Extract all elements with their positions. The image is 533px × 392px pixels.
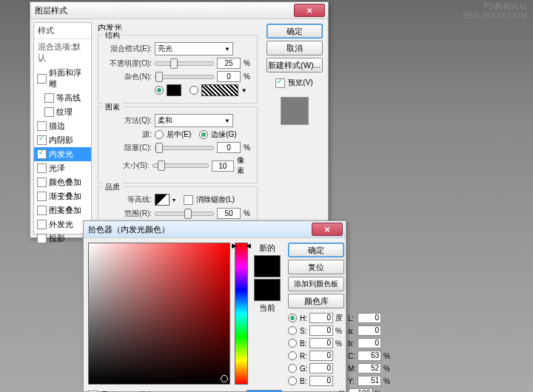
color-cursor[interactable] [221, 375, 228, 382]
param-input[interactable]: 0 [358, 338, 381, 348]
color-radio[interactable] [155, 86, 164, 95]
new-label: 新的 [259, 243, 275, 254]
cp-titlebar[interactable]: 拾色器（内发光颜色） ✕ [84, 221, 346, 238]
close-icon[interactable]: ✕ [312, 223, 343, 236]
cp-title: 拾色器（内发光颜色） [88, 224, 170, 235]
antialias-checkbox[interactable] [184, 195, 193, 205]
style-checkbox[interactable] [37, 192, 47, 201]
param-radio[interactable] [288, 339, 297, 348]
value-input[interactable]: 50 [217, 208, 241, 219]
contour-picker[interactable] [155, 194, 170, 206]
select[interactable]: 柔和▼ [155, 114, 233, 127]
label: 方法(Q): [104, 115, 152, 126]
new-style-button[interactable]: 新建样式(W)... [266, 58, 323, 72]
value-input[interactable]: 10 [212, 160, 234, 172]
param-input[interactable]: 0 [309, 351, 333, 361]
param-input[interactable]: 0 [358, 313, 381, 323]
param-input[interactable]: 52 [358, 363, 381, 374]
param-radio[interactable] [288, 351, 297, 360]
slider[interactable] [155, 146, 214, 150]
fieldset: 结构混合模式(E):亮光▼不透明度(O):25%杂色(N):0% ▼ [98, 35, 258, 104]
style-checkbox[interactable] [37, 121, 47, 131]
watermark: PS教程论坛BBS.16XX8.COM [463, 1, 527, 21]
style-checkbox[interactable] [37, 135, 47, 145]
sidebar-item[interactable]: 内阴影 [34, 133, 91, 147]
style-checkbox[interactable] [37, 234, 47, 243]
close-icon[interactable]: ✕ [294, 4, 325, 17]
style-checkbox[interactable] [37, 178, 47, 187]
param-radio[interactable] [288, 376, 297, 385]
color-param-row: G:0M:52% [288, 363, 391, 374]
cp-add-button[interactable]: 添加到颜色板 [288, 277, 344, 291]
param-radio[interactable] [288, 364, 297, 373]
sidebar-item[interactable]: 光泽 [34, 161, 91, 175]
param-input[interactable]: 0 [309, 376, 333, 386]
style-checkbox[interactable] [44, 93, 54, 103]
label: 范围(R): [104, 209, 152, 219]
param-input[interactable]: 0 [309, 325, 333, 336]
param-input[interactable]: 51 [358, 376, 381, 386]
slider[interactable] [155, 61, 214, 66]
param-input[interactable]: 100 [349, 388, 372, 392]
value-input[interactable]: 25 [217, 58, 241, 69]
label: 杂色(N): [104, 72, 152, 82]
style-checkbox[interactable] [37, 163, 47, 173]
cp-ok-button[interactable]: 确定 [288, 243, 344, 257]
preview-checkbox[interactable] [275, 78, 285, 88]
legend: 品质 [103, 182, 122, 192]
style-checkbox[interactable] [37, 149, 47, 159]
select[interactable]: 亮光▼ [155, 42, 233, 55]
sidebar-item[interactable]: 颜色叠加 [34, 175, 91, 189]
center-panel: 内发光 结构混合模式(E):亮光▼不透明度(O):25%杂色(N):0% ▼图素… [95, 19, 261, 237]
current-swatch[interactable] [254, 279, 281, 301]
gradient-radio[interactable] [190, 86, 198, 95]
slider[interactable] [152, 163, 209, 168]
hue-slider[interactable]: ▶◀ [235, 243, 248, 385]
sidebar-item[interactable]: 图案叠加 [34, 203, 91, 217]
cp-reset-button[interactable]: 复位 [288, 260, 344, 274]
value-input[interactable]: 0 [217, 71, 241, 82]
edge-radio[interactable] [199, 130, 208, 139]
slider[interactable] [155, 75, 214, 79]
label: 阻塞(C): [104, 143, 152, 153]
param-input[interactable]: 0 [309, 338, 333, 348]
sidebar-item[interactable]: 描边 [34, 119, 91, 133]
sidebar-item[interactable]: 渐变叠加 [34, 189, 91, 203]
param-radio[interactable] [288, 326, 297, 335]
color-field[interactable] [88, 243, 230, 385]
slider[interactable] [155, 212, 214, 216]
titlebar[interactable]: 图层样式 ✕ [30, 2, 328, 19]
gradient-swatch[interactable] [201, 84, 238, 96]
cp-lib-button[interactable]: 颜色库 [288, 294, 344, 308]
param-input[interactable]: 0 [309, 313, 333, 323]
sidebar-item[interactable]: 斜面和浮雕 [34, 66, 91, 91]
param-radio[interactable] [288, 314, 297, 322]
color-param-row: H:0度L:0 [288, 313, 391, 323]
value-input[interactable]: 0 [217, 142, 241, 153]
param-input[interactable]: 63 [358, 351, 381, 361]
param-input[interactable]: 0 [309, 363, 333, 374]
sidebar-header[interactable]: 样式 [34, 23, 91, 39]
center-radio[interactable] [155, 130, 164, 139]
sidebar-item[interactable]: 纹理 [34, 105, 91, 119]
label: 不透明度(O): [104, 58, 152, 69]
param-input[interactable]: 0 [358, 325, 381, 336]
color-param-row: K:100% [288, 388, 391, 392]
sidebar-item[interactable]: 等高线 [34, 91, 91, 105]
preview-label: 预览(V) [288, 78, 312, 88]
color-swatch[interactable] [167, 84, 181, 96]
style-checkbox[interactable] [37, 220, 47, 229]
ok-button[interactable]: 确定 [266, 24, 323, 38]
right-buttons: 确定 取消 新建样式(W)... 预览(V) [261, 19, 328, 237]
cancel-button[interactable]: 取消 [266, 41, 323, 55]
param-row: 不透明度(O):25% [104, 58, 251, 69]
style-label: 投影 [49, 233, 65, 244]
sidebar-item[interactable]: 内发光 [34, 147, 91, 161]
sidebar-sub[interactable]: 混合选项:默认 [34, 39, 91, 66]
param-row: ▼ [104, 84, 251, 96]
style-checkbox[interactable] [37, 74, 47, 84]
style-label: 描边 [49, 121, 65, 132]
style-checkbox[interactable] [37, 206, 47, 215]
style-label: 等高线 [56, 92, 81, 104]
style-checkbox[interactable] [44, 107, 54, 117]
